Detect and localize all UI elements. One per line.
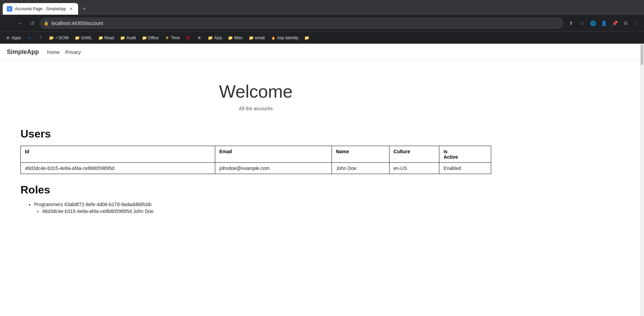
bookmark-teams[interactable]: T	[35, 34, 45, 42]
bookmark-misc[interactable]: 📁 email	[246, 34, 267, 42]
folder-icon-office: 📁	[142, 35, 147, 40]
bookmark-saml-label: SAML	[81, 35, 92, 40]
folder-icon-misc: 📁	[249, 35, 253, 40]
new-tab-button[interactable]: +	[79, 4, 89, 14]
browser-menu-button[interactable]: ⋮	[632, 18, 641, 28]
bookmark-recordings[interactable]: 📁 Aiza	[205, 34, 224, 42]
bookmark-email-label: Asp Identity	[277, 35, 298, 40]
bookmark-saml[interactable]: 📁 SAML	[72, 34, 95, 42]
outlook-icon: ✉	[27, 35, 32, 40]
users-table: Id Email Name Culture IsActive 46d3dc4e-…	[20, 146, 491, 174]
scrollbar-thumb[interactable]	[641, 44, 643, 65]
pinterest-icon: P	[186, 35, 191, 40]
role-name: Programmers 63ab8f72-8efe-4d06-b17d-9ada…	[34, 202, 151, 207]
bookmark-button[interactable]: ☆	[577, 18, 587, 28]
roles-section-title: Roles	[20, 184, 491, 196]
browser-toolbar: ← → ↺ 🔒 localhost:44305/account ⬆ ☆ 🌐 👤 …	[0, 15, 644, 31]
bookmark-read[interactable]: 📁 Read	[96, 34, 117, 42]
folder-icon-recordings: 📁	[208, 35, 213, 40]
forward-button[interactable]: →	[15, 18, 25, 28]
col-header-isactive: IsActive	[439, 146, 491, 163]
roles-list: Programmers 63ab8f72-8efe-4d06-b17d-9ada…	[20, 202, 491, 214]
browser-chrome: S Accounts Page - SimpleApp ✕ + ← → ↺ 🔒 …	[0, 0, 644, 44]
role-member-item: 46d3dc4e-b315-4e8a-af4a-ce8b8059895d Joh…	[42, 209, 491, 214]
folder-icon-read: 📁	[98, 35, 103, 40]
bookmark-read-label: Read	[104, 35, 114, 40]
bookmark-asp-identity[interactable]: 📁	[302, 34, 313, 42]
bookmark-recordings-label: Aiza	[214, 35, 222, 40]
browser-extension-4[interactable]: ⚙	[621, 18, 630, 28]
tab-bar: S Accounts Page - SimpleApp ✕ +	[0, 0, 644, 15]
users-section-title: Users	[20, 128, 491, 140]
cell-id: 46d3dc4e-b315-4e8a-af4a-ce8b8059895d	[21, 163, 215, 174]
folder-icon-scim: 📁	[49, 35, 54, 40]
bookmark-audit[interactable]: 📁 Audit	[118, 34, 138, 42]
browser-extension-3[interactable]: 📌	[610, 18, 619, 28]
bookmark-misc-label: email	[255, 35, 265, 40]
bookmark-apps[interactable]: ⊞ Apps	[3, 34, 24, 42]
page-content: Welcome All the accounts Users Id Email …	[0, 61, 512, 229]
toolbar-actions: ⬆ ☆ 🌐 👤 📌 ⚙ ⋮	[566, 18, 641, 28]
app-brand[interactable]: SimpleApp	[7, 48, 39, 56]
scrollbar-track[interactable]	[640, 44, 644, 229]
bookmark-scim-label: ✓SCIM	[55, 35, 69, 40]
role-item: Programmers 63ab8f72-8efe-4d06-b17d-9ada…	[34, 202, 491, 214]
bookmark-aiza[interactable]: 📁 Misc	[225, 34, 246, 42]
table-row: 46d3dc4e-b315-4e8a-af4a-ce8b8059895d joh…	[21, 163, 491, 174]
browser-extension-1[interactable]: 🌐	[588, 18, 598, 28]
role-members-list: 46d3dc4e-b315-4e8a-af4a-ce8b8059895d Joh…	[34, 209, 491, 214]
col-header-name: Name	[332, 146, 390, 163]
address-bar[interactable]: 🔒 localhost:44305/account	[40, 17, 564, 29]
role-member-text: 46d3dc4e-b315-4e8a-af4a-ce8b8059895d Joh…	[42, 209, 153, 214]
tab-close-button[interactable]: ✕	[69, 6, 74, 12]
folder-icon-audit: 📁	[120, 35, 125, 40]
bookmark-time[interactable]: ⚡ Time	[162, 34, 182, 42]
nav-link-privacy[interactable]: Privacy	[65, 49, 81, 55]
col-header-email: Email	[215, 146, 332, 163]
teams-icon: T	[38, 35, 43, 40]
tab-favicon: S	[7, 6, 12, 12]
col-header-id: Id	[21, 146, 215, 163]
roles-section: Roles Programmers 63ab8f72-8efe-4d06-b17…	[20, 184, 491, 214]
apps-icon: ⊞	[5, 35, 10, 40]
bookmark-office[interactable]: 📁 Office	[139, 34, 161, 42]
cell-name: John Doe	[332, 163, 390, 174]
cell-isactive: Enabled	[439, 163, 491, 174]
welcome-section: Welcome All the accounts	[20, 68, 491, 118]
grid-icon: ⊞	[197, 35, 202, 40]
col-header-culture: Culture	[389, 146, 439, 163]
table-header-row: Id Email Name Culture IsActive	[21, 146, 491, 163]
bookmark-audit-label: Audit	[127, 35, 136, 40]
email-icon: 🔥	[271, 35, 276, 40]
bookmark-apps-label: Apps	[12, 35, 21, 40]
cell-email: johndoe@example.com	[215, 163, 332, 174]
welcome-title: Welcome	[20, 81, 491, 102]
browser-extension-2[interactable]: 👤	[599, 18, 609, 28]
folder-icon-aiza: 📁	[228, 35, 233, 40]
share-button[interactable]: ⬆	[566, 18, 576, 28]
lock-icon: 🔒	[44, 21, 49, 26]
cell-culture: en-US	[389, 163, 439, 174]
bookmark-office-label: Office	[148, 35, 159, 40]
page-nav: SimpleApp Home Privacy	[0, 44, 644, 61]
back-button[interactable]: ←	[3, 18, 12, 28]
active-tab[interactable]: S Accounts Page - SimpleApp ✕	[3, 3, 78, 15]
folder-icon-asp-identity: 📁	[305, 35, 309, 40]
time-icon: ⚡	[165, 35, 170, 40]
url-text: localhost:44305/account	[52, 20, 559, 26]
bookmark-outlook[interactable]: ✉	[24, 34, 34, 42]
nav-link-home[interactable]: Home	[47, 49, 60, 55]
refresh-button[interactable]: ↺	[27, 18, 37, 28]
tab-title: Accounts Page - SimpleApp	[15, 6, 66, 11]
folder-icon-saml: 📁	[75, 35, 79, 40]
bookmark-pinterest[interactable]: P	[183, 34, 193, 42]
bookmarks-bar: ⊞ Apps ✉ T 📁 ✓SCIM 📁 SAML 📁 Read 📁 Audit…	[0, 31, 644, 44]
bookmark-aiza-label: Misc	[234, 35, 243, 40]
bookmark-email[interactable]: 🔥 Asp Identity	[268, 34, 301, 42]
bookmark-scim[interactable]: 📁 ✓SCIM	[46, 34, 71, 42]
welcome-subtitle: All the accounts	[20, 106, 491, 111]
bookmark-time-label: Time	[171, 35, 180, 40]
bookmark-grid[interactable]: ⊞	[194, 34, 204, 42]
